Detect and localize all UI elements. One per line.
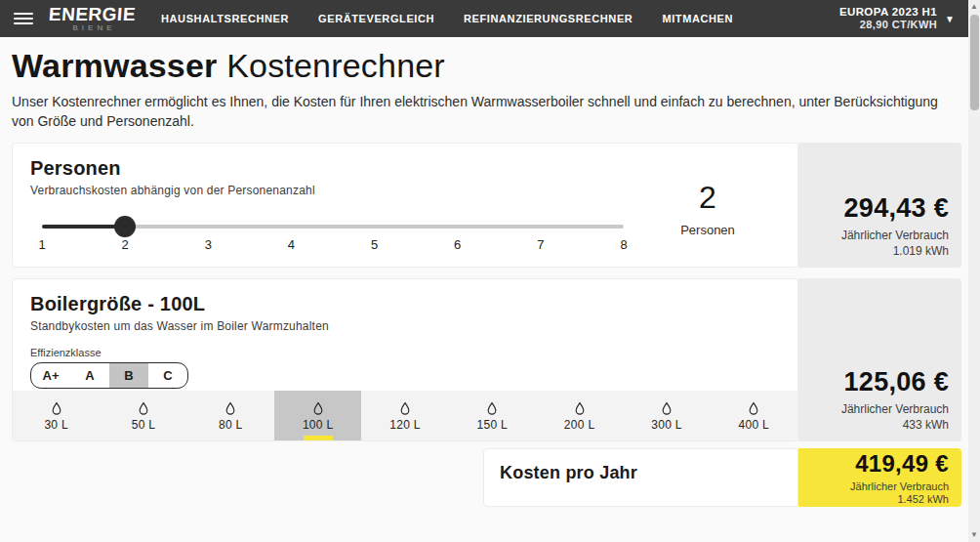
hamburger-menu-icon[interactable]	[14, 13, 33, 24]
persons-cost-amount: 294,43 €	[844, 193, 950, 224]
nav-item-refinanzierungsrechner[interactable]: REFINANZIERUNGSRECHNER	[464, 13, 633, 24]
page-title-bold: Warmwasser	[12, 47, 218, 84]
scroll-up-icon[interactable]: ▲	[968, 2, 980, 12]
logo-text: ENERGIE	[48, 5, 136, 23]
slider-label-4[interactable]: 4	[288, 237, 295, 252]
efficiency-label: Effizienzklasse	[30, 347, 780, 358]
page-title: Warmwasser Kostenrechner	[12, 47, 961, 85]
efficiency-option-a-plus[interactable]: A+	[31, 363, 70, 388]
boiler-size-label: 30 L	[44, 418, 68, 432]
logo[interactable]: ENERGIE BIENE	[49, 5, 136, 32]
boiler-size-label: 50 L	[132, 418, 156, 432]
boiler-cost-amount: 125,06 €	[844, 367, 950, 397]
boiler-size-150l[interactable]: 150 L	[449, 391, 536, 440]
nav-item-geraetevergleich[interactable]: GERÄTEVERGLEICH	[318, 13, 434, 24]
page-description: Unser Kostenrechner ermöglicht es Ihnen,…	[12, 92, 954, 132]
boiler-size-label: 300 L	[651, 418, 682, 432]
page-title-regular: Kostenrechner	[218, 47, 445, 84]
slider-label-5[interactable]: 5	[371, 237, 378, 252]
slider-label-7[interactable]: 7	[537, 237, 544, 252]
nav-item-mitmachen[interactable]: MITMACHEN	[662, 13, 733, 24]
water-drop-icon	[310, 400, 326, 417]
boiler-size-label: 400 L	[739, 418, 770, 432]
persons-cost-kwh: 1.019 kWh	[893, 244, 949, 258]
boiler-size-selector: 30 L 50 L 80 L 100 L 120 L	[13, 391, 797, 440]
tariff-price: 28,90 CT/KWH	[839, 19, 937, 32]
boiler-cost-panel: 125,06 € Jährlicher Verbrauch 433 kWh	[798, 278, 961, 441]
efficiency-option-b[interactable]: B	[109, 363, 148, 388]
persons-slider: 1 2 3 4 5 6 7 8	[42, 225, 624, 253]
tariff-dropdown[interactable]: EUROPA 2023 H1 28,90 CT/KWH ▼	[839, 5, 955, 32]
boiler-size-200l[interactable]: 200 L	[536, 391, 623, 440]
efficiency-option-c[interactable]: C	[148, 363, 187, 388]
nav-item-haushaltsrechner[interactable]: HAUSHALTSRECHNER	[161, 13, 289, 24]
scrollbar-thumb[interactable]	[970, 15, 979, 110]
water-drop-icon	[136, 400, 151, 417]
slider-label-3[interactable]: 3	[205, 237, 212, 252]
efficiency-option-a[interactable]: A	[70, 363, 109, 388]
boiler-cost-label: Jährlicher Verbrauch	[841, 402, 949, 416]
boiler-card: Boilergröße - 100L Standbykosten um das …	[12, 278, 798, 441]
total-cost-panel: 419,49 € Jährlicher Verbrauch 1.452 kWh	[798, 448, 961, 507]
water-drop-icon	[49, 400, 64, 417]
slider-label-1[interactable]: 1	[38, 237, 45, 252]
nav-menu: HAUSHALTSRECHNER GERÄTEVERGLEICH REFINAN…	[161, 13, 733, 24]
boiler-cost-kwh: 433 kWh	[903, 418, 949, 432]
top-navbar: ENERGIE BIENE HAUSHALTSRECHNER GERÄTEVER…	[0, 0, 968, 37]
page-content: Warmwasser Kostenrechner Unser Kostenrec…	[0, 37, 968, 507]
persons-cost-label: Jährlicher Verbrauch	[841, 229, 949, 242]
slider-fill	[42, 225, 125, 229]
total-section: Kosten pro Jahr 419,49 € Jährlicher Verb…	[12, 448, 961, 507]
boiler-size-400l[interactable]: 400 L	[711, 391, 797, 440]
boiler-size-100l[interactable]: 100 L	[274, 391, 361, 440]
total-card: Kosten pro Jahr	[483, 448, 798, 507]
boiler-size-label: 150 L	[477, 418, 509, 432]
vertical-scrollbar[interactable]: ▲ ▼	[968, 0, 980, 542]
slider-label-6[interactable]: 6	[454, 237, 461, 252]
boiler-size-label: 200 L	[564, 418, 595, 432]
water-drop-icon	[659, 400, 674, 417]
boiler-size-label: 80 L	[219, 418, 243, 432]
persons-value-label: Personen	[639, 223, 776, 237]
boiler-size-300l[interactable]: 300 L	[623, 391, 710, 440]
scroll-down-icon[interactable]: ▼	[968, 530, 980, 540]
boiler-subtitle: Standbykosten um das Wasser im Boiler Wa…	[30, 319, 780, 333]
persons-readout: 2 Personen	[639, 181, 776, 237]
persons-value: 2	[639, 181, 776, 215]
total-spacer	[12, 448, 483, 507]
water-drop-icon	[572, 400, 588, 417]
selected-size-indicator	[304, 436, 333, 440]
chevron-down-icon: ▼	[945, 14, 955, 24]
total-cost-kwh: 1.452 kWh	[897, 493, 949, 505]
water-drop-icon	[223, 400, 238, 417]
persons-cost-panel: 294,43 € Jährlicher Verbrauch 1.019 kWh	[798, 143, 961, 268]
boiler-title: Boilergröße - 100L	[30, 293, 780, 315]
water-drop-icon	[746, 400, 761, 417]
slider-track[interactable]	[42, 225, 624, 229]
water-drop-icon	[397, 400, 413, 417]
tariff-region: EUROPA 2023 H1	[839, 5, 937, 19]
boiler-size-50l[interactable]: 50 L	[100, 391, 186, 440]
persons-card: Personen Verbrauchskosten abhängig von d…	[12, 143, 798, 268]
boiler-section: Boilergröße - 100L Standbykosten um das …	[12, 278, 961, 441]
efficiency-selector: A+ A B C	[30, 362, 188, 389]
slider-handle[interactable]	[114, 216, 136, 237]
slider-label-2[interactable]: 2	[122, 237, 129, 252]
boiler-size-30l[interactable]: 30 L	[13, 391, 100, 440]
water-drop-icon	[484, 400, 500, 417]
slider-label-8[interactable]: 8	[620, 237, 627, 252]
slider-labels: 1 2 3 4 5 6 7 8	[42, 237, 624, 253]
boiler-size-label: 120 L	[389, 418, 421, 432]
persons-section: Personen Verbrauchskosten abhängig von d…	[12, 143, 961, 268]
boiler-size-label: 100 L	[303, 418, 334, 432]
persons-title: Personen	[30, 157, 780, 180]
total-cost-label: Jährlicher Verbrauch	[850, 480, 949, 492]
boiler-size-120l[interactable]: 120 L	[361, 391, 448, 440]
logo-subtext: BIENE	[73, 24, 116, 32]
boiler-size-80l[interactable]: 80 L	[187, 391, 274, 440]
total-title: Kosten pro Jahr	[500, 463, 637, 483]
total-cost-amount: 419,49 €	[855, 450, 949, 478]
